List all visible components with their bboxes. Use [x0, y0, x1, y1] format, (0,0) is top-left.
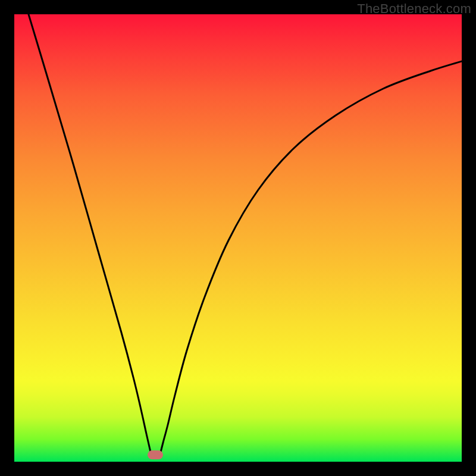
curve-left-branch — [29, 14, 151, 455]
bottleneck-curve — [14, 14, 462, 462]
watermark-text: TheBottleneck.com — [357, 1, 471, 17]
optimum-marker — [148, 450, 163, 459]
plot-area — [14, 14, 462, 462]
curve-right-branch — [160, 57, 462, 455]
